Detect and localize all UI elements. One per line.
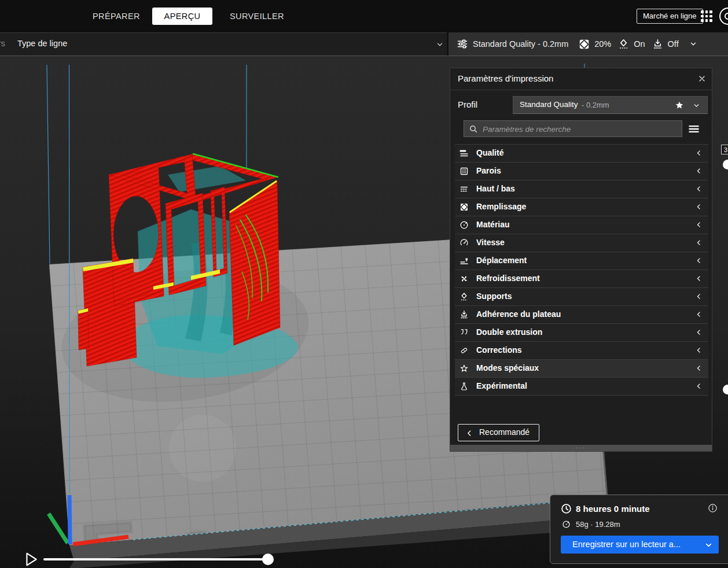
account-icon[interactable] — [719, 8, 728, 25]
save-to-removable-drive-button[interactable]: Enregistrer sur un lecteur a... — [561, 536, 719, 554]
output-action-panel: 8 heures 0 minute 58g · 19.28m Enregistr… — [550, 495, 728, 564]
adhesion-icon — [459, 310, 469, 319]
summary-profile: Standard Quality - 0.2mm — [473, 39, 568, 49]
category-quality[interactable]: Qualité — [455, 145, 708, 163]
category-corrections[interactable]: Corrections — [455, 342, 708, 360]
chevron-left-icon — [465, 429, 473, 437]
material-estimate: 58g · 19.28m — [576, 520, 620, 529]
category-support[interactable]: Supports — [455, 288, 708, 306]
corrections-icon — [459, 346, 469, 355]
cooling-icon — [459, 274, 469, 283]
collapse-chevron-icon — [695, 185, 703, 193]
profile-label: Profil — [458, 99, 477, 109]
collapse-chevron-icon — [695, 203, 703, 211]
collapse-chevron-icon — [695, 221, 703, 228]
settings-menu-icon[interactable] — [687, 123, 701, 135]
summary-infill: 20% — [594, 39, 611, 49]
material-spool-icon — [562, 520, 571, 529]
category-walls[interactable]: Parois — [455, 163, 708, 180]
category-cooling[interactable]: Refroidissement — [455, 270, 708, 288]
profile-dropdown[interactable]: Standard Quality - 0.2mm — [513, 96, 708, 114]
collapse-chevron-icon — [695, 293, 703, 300]
panel-resize-handle[interactable]: ··· — [450, 445, 712, 451]
category-travel[interactable]: Déplacement — [455, 252, 708, 270]
main-window-header: PRÉPARER APERÇU SURVEILLER Marché en lig… — [0, 0, 728, 32]
collapse-chevron-icon — [695, 329, 703, 336]
collapse-chevron-icon — [695, 382, 703, 390]
summary-adhesion: Off — [668, 39, 679, 49]
collapse-chevron-icon — [695, 275, 703, 282]
cura-preview-window: { "topbar": { "tabs": [ {"label": "PRÉPA… — [0, 0, 728, 568]
panel-header: Paramètres d'impression — [450, 68, 712, 90]
clock-icon — [561, 503, 572, 514]
support-icon — [459, 292, 469, 301]
walls-icon — [459, 167, 469, 176]
close-icon[interactable] — [697, 74, 707, 83]
adhesion-icon — [652, 39, 663, 50]
experimental-icon — [459, 382, 469, 391]
quality-icon — [459, 149, 469, 158]
category-dual-extrusion[interactable]: Double extrusion — [455, 324, 708, 342]
view-type-dropdown[interactable]: rs Type de ligne — [0, 32, 447, 56]
support-icon — [618, 39, 629, 50]
print-settings-panel: Paramètres d'impression Profil Standard … — [450, 68, 712, 452]
speed-icon — [459, 238, 469, 248]
chevron-down-icon — [689, 40, 697, 48]
special-modes-icon — [459, 364, 469, 373]
chevron-down-icon — [693, 102, 700, 109]
print-settings-sliders-icon — [457, 38, 468, 50]
category-top-bottom[interactable]: Haut / bas — [455, 180, 708, 198]
collapse-chevron-icon — [695, 346, 703, 354]
category-build-plate-adhesion[interactable]: Adhérence du plateau — [455, 306, 708, 324]
star-icon[interactable] — [675, 101, 684, 110]
collapse-chevron-icon — [695, 149, 703, 157]
travel-icon — [459, 256, 469, 265]
tab-monitor[interactable]: SURVEILLER — [230, 9, 284, 24]
category-speed[interactable]: Vitesse — [455, 234, 708, 252]
collapse-chevron-icon — [695, 257, 703, 264]
application-switcher-icon[interactable] — [701, 10, 712, 22]
collapse-chevron-icon — [695, 364, 703, 372]
collapse-chevron-icon — [695, 167, 703, 175]
top-bottom-icon — [459, 185, 469, 194]
info-icon[interactable] — [708, 503, 718, 513]
material-icon — [459, 220, 469, 230]
settings-category-list: Qualité Parois Haut / bas Remplissage Ma… — [455, 144, 708, 396]
panel-title: Paramètres d'impression — [458, 73, 553, 83]
search-input[interactable] — [481, 121, 681, 137]
profile-detail: - 0.2mm — [582, 101, 609, 109]
category-experimental[interactable]: Expérimental — [455, 378, 708, 395]
infill-icon — [579, 39, 590, 50]
layer-number-box[interactable]: 3 — [721, 145, 728, 154]
search-icon — [469, 124, 478, 134]
marketplace-button[interactable]: Marché en ligne — [637, 9, 703, 24]
profile-value: Standard Quality — [520, 100, 578, 109]
simulation-slider-handle[interactable] — [262, 554, 274, 565]
clipped-label: rs — [0, 39, 5, 48]
collapse-chevron-icon — [695, 311, 703, 318]
print-setup-summary[interactable]: Standard Quality - 0.2mm 20% On Off — [448, 32, 728, 56]
chevron-down-icon — [704, 541, 713, 549]
settings-search-box — [464, 120, 682, 137]
collapse-chevron-icon — [695, 239, 703, 246]
simulation-slider-track[interactable] — [43, 558, 269, 560]
summary-support: On — [634, 39, 645, 49]
category-material[interactable]: Matériau — [455, 216, 708, 234]
print-time-estimate: 8 heures 0 minute — [576, 504, 650, 514]
tab-preview[interactable]: APERÇU — [152, 8, 212, 25]
view-type-label: Type de ligne — [17, 39, 67, 48]
chevron-down-icon — [436, 40, 444, 49]
dual-extrusion-icon — [459, 328, 469, 337]
play-icon[interactable] — [24, 552, 38, 567]
category-special-modes[interactable]: Modes spéciaux — [455, 360, 708, 378]
category-infill[interactable]: Remplissage — [455, 198, 708, 216]
tab-prepare[interactable]: PRÉPARER — [93, 9, 140, 24]
recommended-mode-button[interactable]: Recommandé — [458, 424, 539, 441]
secondary-toolbar: rs Type de ligne Standard Quality - 0.2m… — [0, 32, 728, 56]
infill-icon — [459, 202, 469, 212]
